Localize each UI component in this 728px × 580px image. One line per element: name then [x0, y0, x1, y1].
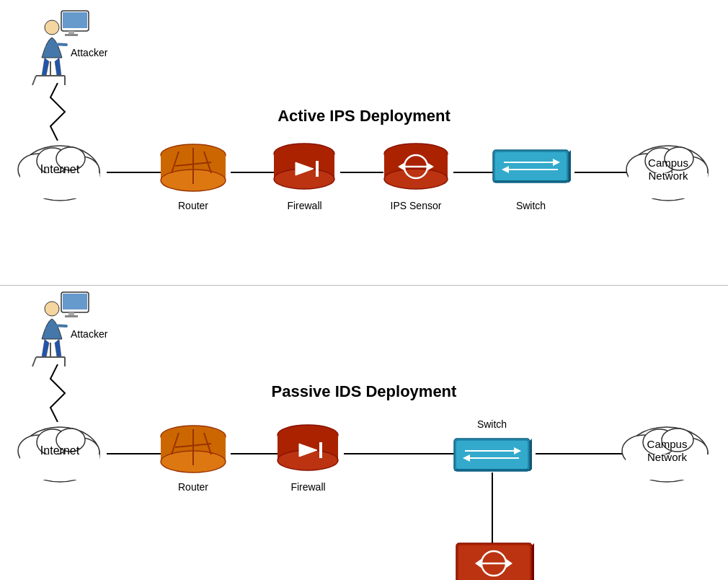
ips-sensor-top: IPS Sensor: [380, 141, 452, 211]
svg-rect-60: [20, 454, 99, 480]
campus-label-bottom: CampusNetwork: [647, 438, 688, 464]
line-ips-switch-top: [453, 172, 493, 173]
line-firewall-ips-top: [340, 172, 383, 173]
router-bottom: Router: [157, 422, 229, 493]
line-firewall-switch-bottom: [344, 453, 456, 454]
svg-rect-49: [65, 315, 78, 317]
line-switch-ids: [492, 473, 493, 545]
line-internet-router-bottom: [107, 453, 161, 454]
line-switch-campus-bottom: [536, 453, 626, 454]
svg-rect-74: [456, 441, 528, 469]
firewall-top: Firewall: [270, 141, 339, 211]
internet-label-top: Internet: [40, 163, 79, 176]
section2-title: Passive IDS Deployment: [0, 382, 728, 401]
svg-point-50: [45, 302, 59, 316]
svg-rect-14: [20, 173, 99, 198]
ips-label-top: IPS Sensor: [391, 200, 442, 211]
svg-rect-1: [63, 12, 87, 28]
line-router-firewall-top: [231, 172, 274, 173]
section-divider: [0, 285, 728, 286]
attacker-bottom-label: Attacker: [71, 328, 107, 340]
switch-top: Switch: [489, 144, 572, 211]
firewall-bottom: Firewall: [274, 422, 342, 493]
router-top: Router: [157, 141, 229, 211]
svg-line-52: [32, 357, 36, 366]
switch-bottom-label-top: Switch: [477, 418, 507, 430]
line-router-firewall-bottom: [231, 453, 278, 454]
attacker-bottom: Attacker: [22, 289, 94, 371]
svg-rect-47: [63, 294, 87, 309]
firewall-bottom-label: Firewall: [290, 481, 325, 493]
svg-rect-35: [495, 152, 567, 180]
attacker-top: Attacker: [22, 7, 94, 89]
internet-cloud-top: Internet: [13, 133, 107, 206]
svg-line-6: [32, 76, 36, 85]
line-switch-campus-top: [574, 172, 629, 173]
internet-cloud-bottom: Internet: [13, 415, 107, 487]
svg-point-4: [45, 20, 59, 35]
campus-cloud-top: CampusNetwork: [621, 133, 715, 206]
line-internet-router-top: [107, 172, 161, 173]
internet-label-bottom: Internet: [40, 444, 79, 457]
firewall-top-label: Firewall: [287, 200, 321, 211]
router-bottom-label: Router: [178, 481, 208, 493]
svg-rect-3: [65, 34, 78, 36]
router-top-label: Router: [178, 200, 208, 211]
campus-label-top: CampusNetwork: [648, 157, 688, 183]
campus-cloud-bottom: CampusNetwork: [618, 415, 716, 487]
section1-title: Active IPS Deployment: [0, 107, 728, 126]
attacker-top-label: Attacker: [71, 47, 107, 58]
switch-top-label: Switch: [516, 200, 546, 211]
ids-sensor-bottom: IDS Sensor: [453, 540, 536, 580]
